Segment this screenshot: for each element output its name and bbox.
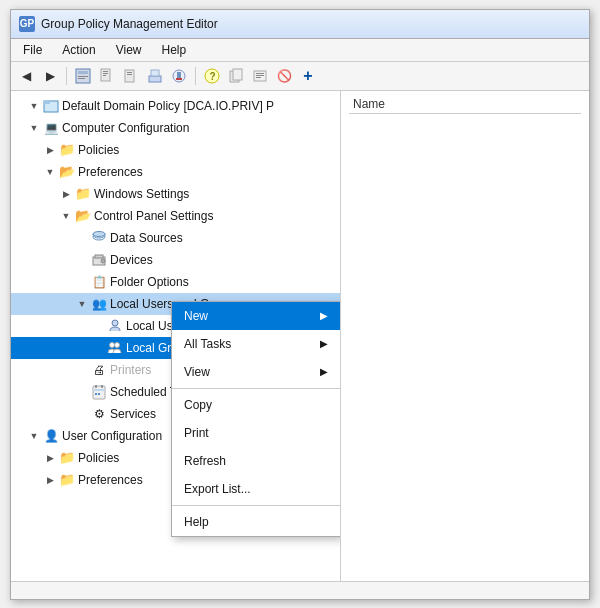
ctx-export-list-label: Export List...	[184, 480, 251, 498]
svg-rect-6	[103, 73, 108, 74]
toolbar-btn-2[interactable]	[96, 65, 118, 87]
svg-rect-36	[93, 389, 105, 391]
detail-pane: Name	[341, 91, 589, 581]
toolbar-btn-7[interactable]	[249, 65, 271, 87]
control-panel-icon	[75, 208, 91, 224]
menu-help[interactable]: Help	[154, 41, 195, 59]
tree-root[interactable]: ▼ Default Domain Policy [DCA.IO.PRIV] P	[11, 95, 340, 117]
tree-policies[interactable]: ▶ Policies	[11, 139, 340, 161]
svg-rect-19	[233, 69, 242, 80]
no-expand-st	[75, 385, 89, 399]
tree-data-sources[interactable]: Data Sources	[11, 227, 340, 249]
svg-text:?: ?	[210, 71, 216, 82]
tree-folder-options[interactable]: Folder Options	[11, 271, 340, 293]
menu-file[interactable]: File	[15, 41, 50, 59]
toolbar-add[interactable]: +	[297, 65, 319, 87]
tree-computer-config[interactable]: ▼ Computer Configuration	[11, 117, 340, 139]
expand-win-settings[interactable]: ▶	[59, 187, 73, 201]
tree-control-panel[interactable]: ▼ Control Panel Settings	[11, 205, 340, 227]
no-expand-fo	[75, 275, 89, 289]
tree-windows-settings[interactable]: ▶ Windows Settings	[11, 183, 340, 205]
expand-root[interactable]: ▼	[27, 99, 41, 113]
expand-computer[interactable]: ▼	[27, 121, 41, 135]
svg-point-29	[101, 259, 105, 263]
menu-action[interactable]: Action	[54, 41, 103, 59]
toolbar-btn-5[interactable]	[168, 65, 190, 87]
context-menu: New ▶ All Tasks ▶ View ▶ Copy Print	[171, 301, 341, 537]
menu-view[interactable]: View	[108, 41, 150, 59]
tree-pane: ▼ Default Domain Policy [DCA.IO.PRIV] P …	[11, 91, 341, 581]
svg-rect-7	[103, 75, 106, 76]
no-expand-pr	[75, 363, 89, 377]
expand-user-config[interactable]: ▼	[27, 429, 41, 443]
preferences-icon	[59, 164, 75, 180]
tree-devices[interactable]: Devices	[11, 249, 340, 271]
toolbar-btn-1[interactable]	[72, 65, 94, 87]
svg-rect-10	[127, 74, 132, 75]
toolbar-btn-4[interactable]	[144, 65, 166, 87]
toolbar-cancel[interactable]: 🚫	[273, 65, 295, 87]
svg-point-31	[110, 342, 115, 347]
local-group-icon	[107, 340, 123, 356]
preferences-label: Preferences	[78, 162, 143, 182]
svg-point-26	[93, 231, 105, 236]
ctx-help[interactable]: Help	[172, 508, 340, 536]
expand-control-panel[interactable]: ▼	[59, 209, 73, 223]
svg-point-30	[112, 320, 118, 326]
services-label: Services	[110, 404, 156, 424]
no-expand-lu	[91, 319, 105, 333]
no-expand-sv	[75, 407, 89, 421]
toolbar-btn-3[interactable]	[120, 65, 142, 87]
ctx-new[interactable]: New ▶	[172, 302, 340, 330]
toolbar-help[interactable]: ?	[201, 65, 223, 87]
user-policies-label: Policies	[78, 448, 119, 468]
back-button[interactable]: ◀	[15, 65, 37, 87]
services-icon	[91, 406, 107, 422]
ctx-export-list[interactable]: Export List...	[172, 475, 340, 503]
printers-label: Printers	[110, 360, 151, 380]
user-preferences-icon	[59, 472, 75, 488]
ctx-copy[interactable]: Copy	[172, 391, 340, 419]
ctx-all-tasks-label: All Tasks	[184, 335, 231, 353]
ctx-refresh[interactable]: Refresh	[172, 447, 340, 475]
tree-preferences[interactable]: ▼ Preferences	[11, 161, 340, 183]
ctx-help-label: Help	[184, 513, 209, 531]
expand-policies[interactable]: ▶	[43, 143, 57, 157]
ctx-new-arrow: ▶	[320, 307, 328, 325]
ctx-copy-label: Copy	[184, 396, 212, 414]
svg-rect-3	[78, 78, 85, 79]
toolbar-btn-6[interactable]	[225, 65, 247, 87]
local-user-icon	[107, 318, 123, 334]
svg-rect-14	[177, 72, 181, 78]
ctx-view[interactable]: View ▶	[172, 358, 340, 386]
svg-rect-25	[44, 101, 50, 104]
user-config-label: User Configuration	[62, 426, 162, 446]
expand-user-pref[interactable]: ▶	[43, 473, 57, 487]
local-users-icon	[91, 296, 107, 312]
ctx-separator-1	[172, 388, 340, 389]
svg-rect-34	[95, 385, 97, 388]
folder-options-label: Folder Options	[110, 272, 189, 292]
svg-rect-5	[103, 71, 108, 72]
root-icon	[43, 98, 59, 114]
forward-button[interactable]: ▶	[39, 65, 61, 87]
detail-header: Name	[349, 95, 581, 114]
expand-user-policies[interactable]: ▶	[43, 451, 57, 465]
svg-rect-2	[78, 76, 88, 77]
svg-rect-12	[151, 70, 159, 76]
computer-icon	[43, 120, 59, 136]
ctx-print[interactable]: Print	[172, 419, 340, 447]
toolbar-separator-2	[195, 67, 196, 85]
expand-lug[interactable]: ▼	[75, 297, 89, 311]
window-title: Group Policy Management Editor	[41, 17, 218, 31]
ctx-view-arrow: ▶	[320, 363, 328, 381]
data-sources-label: Data Sources	[110, 228, 183, 248]
computer-config-label: Computer Configuration	[62, 118, 189, 138]
ctx-all-tasks[interactable]: All Tasks ▶	[172, 330, 340, 358]
user-config-icon	[43, 428, 59, 444]
ctx-separator-2	[172, 505, 340, 506]
devices-label: Devices	[110, 250, 153, 270]
expand-preferences[interactable]: ▼	[43, 165, 57, 179]
scheduled-tasks-icon	[91, 384, 107, 400]
status-bar	[11, 581, 589, 599]
